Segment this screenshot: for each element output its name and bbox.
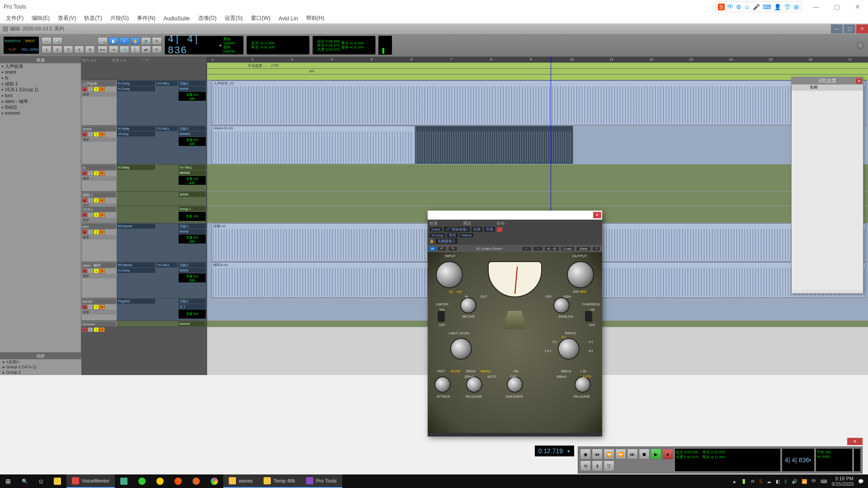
- solo-button[interactable]: S: [94, 87, 99, 92]
- session-close-button[interactable]: ✕: [856, 24, 868, 33]
- taskbar-app-generic2[interactable]: [151, 474, 169, 488]
- tool-trim[interactable]: ◧: [108, 37, 118, 45]
- plugin-bypass[interactable]: 旁通: [484, 227, 495, 232]
- tool-scrubber[interactable]: 🔊: [141, 37, 151, 45]
- main-counter[interactable]: 4| 4| 836 ▾ 整拍 1|0|000 微移 0|0|240: [165, 36, 244, 55]
- ruler-area[interactable]: 12345678910111213141516171819202122 手动速度…: [207, 57, 868, 80]
- fader-readout[interactable]: 音量 0.0100·: [179, 137, 206, 146]
- tp-sub-counter[interactable]: 0:12.719 ▾: [535, 446, 574, 456]
- transport-window[interactable]: ◉ ⏮ ⏪ ⏩ ⏭ ⏹ ▶ ● ⟲ Ⅱ ▽ 起点 0:00.000终点 0:02…: [578, 446, 863, 474]
- record-arm-button[interactable]: ●: [82, 87, 87, 92]
- plugin-compare[interactable]: 比较: [472, 227, 482, 232]
- send-slot[interactable]: VX HALL: [156, 126, 178, 131]
- tracklist-item[interactable]: tom: [0, 93, 81, 99]
- transport-close-button[interactable]: ✕: [847, 438, 863, 445]
- zoom-preset-1[interactable]: 1: [42, 46, 52, 53]
- tray-bt-icon[interactable]: ᛒ: [784, 479, 787, 484]
- input-button[interactable]: I: [88, 305, 93, 310]
- menu-clip[interactable]: 片段(G): [106, 14, 133, 22]
- menu-edit[interactable]: 编辑(E): [28, 14, 54, 22]
- track-header[interactable]: stem - 钢琴●ISM波形RChannelH-CompVX HALL无输入W…: [81, 262, 207, 298]
- tp-stop-button[interactable]: ⏹: [639, 449, 650, 460]
- memory-locations-title[interactable]: 记忆位置 ✕: [792, 77, 863, 84]
- track-lane[interactable]: [207, 164, 868, 192]
- solo-button[interactable]: S: [94, 230, 99, 235]
- io-selector[interactable]: WWW: [179, 268, 206, 273]
- tray-sync-icon[interactable]: ⟳: [751, 479, 755, 484]
- tray-vol-icon[interactable]: 🔊: [792, 479, 797, 484]
- mute-button[interactable]: M: [99, 230, 105, 235]
- taskbar-app-temp48k[interactable]: Temp 48k: [258, 474, 301, 488]
- tray-date[interactable]: 3/15/2020: [831, 481, 854, 487]
- record-arm-button[interactable]: ●: [82, 305, 87, 310]
- fader-readout[interactable]: 音量 0.0100·: [179, 235, 206, 244]
- menu-audiosuite[interactable]: AudioSuite: [160, 15, 194, 22]
- input-button[interactable]: I: [88, 230, 93, 235]
- ratio-knob[interactable]: [558, 338, 580, 360]
- track-lane[interactable]: [207, 192, 868, 206]
- plugin-ab-compare[interactable]: A→B: [544, 246, 559, 251]
- track-name[interactable]: stem - 钢琴: [82, 263, 116, 268]
- attack-knob[interactable]: [434, 376, 451, 393]
- track-name[interactable]: tom: [82, 224, 116, 229]
- tray-ime-icon[interactable]: ⌨: [821, 479, 827, 484]
- fader-readout[interactable]: 音量 0.0100·: [179, 176, 206, 185]
- taskbar-app-chrome[interactable]: [205, 474, 223, 488]
- record-arm-button[interactable]: ●: [82, 212, 87, 217]
- track-header[interactable]: snare●ISM波形H-DelayVCompVX HALL无输入MMMM音量 …: [81, 126, 207, 164]
- group-item[interactable]: ▸ Group 1 (VCA 1): [0, 365, 81, 370]
- tracklist-item[interactable]: stem - 钢琴: [0, 99, 81, 104]
- mode-grid[interactable]: REL GRID: [21, 45, 39, 54]
- insert-slot[interactable]: PlugSlot: [117, 299, 155, 304]
- zoom-preset-5[interactable]: 5: [85, 46, 95, 53]
- solo-button[interactable]: S: [94, 212, 99, 217]
- insert-slot[interactable]: RChannel: [117, 224, 155, 229]
- insert-slot[interactable]: H-Delay: [117, 165, 155, 170]
- tool-selector[interactable]: I: [119, 37, 129, 45]
- mute-button[interactable]: M: [99, 87, 105, 92]
- track-header[interactable]: 辅助 1●ISM波形WWW: [81, 192, 207, 206]
- length-counter[interactable]: 起点 0:00.000 终点 0:02.875 长度 0:02.875 整点 4…: [312, 36, 376, 55]
- tray-notifications-icon[interactable]: 💬: [858, 479, 863, 484]
- input-button[interactable]: I: [88, 87, 93, 92]
- track-header[interactable]: fx●ISM波形H-DelayVX HALLMMMM音量 0.0100·: [81, 164, 207, 192]
- input-button[interactable]: I: [88, 327, 93, 332]
- record-arm-button[interactable]: ●: [82, 268, 87, 273]
- track-view-select[interactable]: 波形: [82, 92, 116, 97]
- group-item[interactable]: ▸ Group 2: [0, 370, 81, 375]
- plugin-nokeys[interactable]: 无键盘输入: [436, 239, 458, 244]
- tool-zoomer[interactable]: 🔍: [98, 37, 108, 45]
- taskbar-app-explorer[interactable]: [48, 474, 66, 488]
- track-name[interactable]: fx: [82, 165, 116, 170]
- track-header[interactable]: mmmm●ISMmmmm: [81, 321, 207, 327]
- zoom-preset-2[interactable]: 2: [52, 46, 62, 53]
- memory-locations-close-button[interactable]: ✕: [856, 78, 862, 84]
- output-selector[interactable]: 无输入: [179, 126, 206, 131]
- insert-slot[interactable]: H-Comp: [117, 81, 155, 86]
- tracklist-item[interactable]: fx: [0, 75, 81, 81]
- plugin-safe[interactable]: 安全: [447, 233, 458, 238]
- tp-rewind-button[interactable]: ⏪: [604, 449, 614, 460]
- taskbar-app-protools[interactable]: Pro Tools: [301, 474, 342, 488]
- audio-clip[interactable]: 人声校准_02: [212, 80, 866, 125]
- insert-slot[interactable]: VComp: [117, 131, 155, 136]
- plugin-redo-button[interactable]: ↷: [448, 246, 458, 251]
- tray-net-icon[interactable]: ◧: [776, 479, 780, 484]
- compress-switch[interactable]: [585, 311, 592, 322]
- insert-slot[interactable]: H-Comp: [117, 268, 155, 273]
- track-name[interactable]: 辅助 1: [82, 192, 116, 197]
- tp-metronome-button[interactable]: ▽: [604, 460, 614, 471]
- plugin-next-preset[interactable]: →: [533, 246, 543, 251]
- plugin-window[interactable]: ✕ 轨道 预设 自动 snare <厂家缺省值> 比较 旁通 VComp 安全 …: [428, 211, 602, 436]
- mute-button[interactable]: M: [99, 198, 105, 203]
- plugin-save-button[interactable]: Save: [576, 246, 590, 251]
- tp-forward-button[interactable]: ⏩: [615, 449, 626, 460]
- solo-button[interactable]: S: [94, 171, 99, 176]
- track-header[interactable]: tom●ISM波形RChannel无输入WWW音量 0.0100·: [81, 223, 207, 262]
- marker-ruler[interactable]: [207, 75, 868, 80]
- tp-record-button[interactable]: ●: [662, 449, 673, 460]
- tp-count-button[interactable]: Ⅱ: [592, 460, 603, 471]
- io-selector[interactable]: MMMM: [179, 170, 206, 175]
- taskbar-app-waves[interactable]: waves: [223, 474, 258, 488]
- solo-button[interactable]: S: [94, 132, 99, 137]
